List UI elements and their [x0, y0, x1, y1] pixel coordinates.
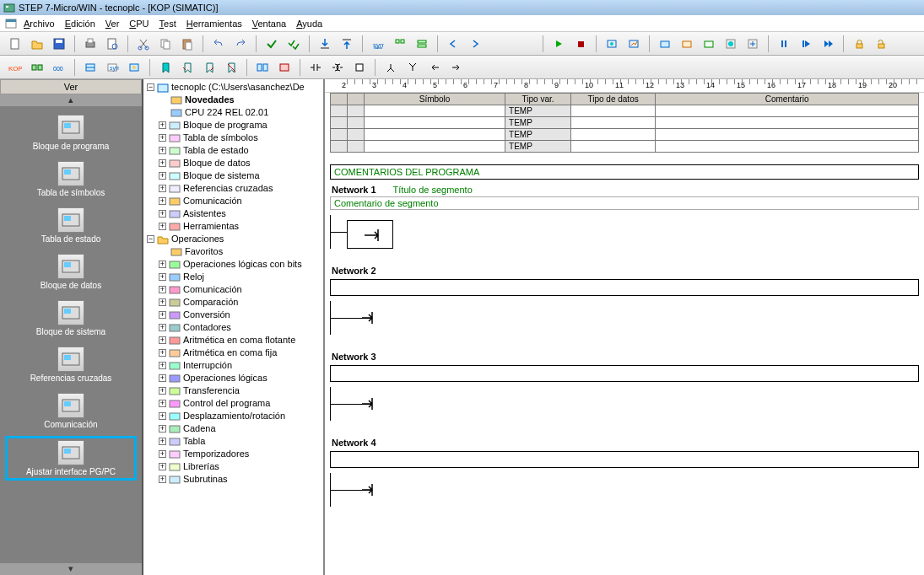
- compile-button[interactable]: [262, 35, 282, 53]
- expander-icon[interactable]: +: [159, 362, 166, 369]
- menu-ver[interactable]: Ver: [100, 17, 125, 30]
- tree-item[interactable]: +Aritmética en coma flotante: [159, 334, 322, 347]
- toggle-b[interactable]: sym: [102, 58, 122, 77]
- expander-icon[interactable]: +: [159, 172, 166, 180]
- nav-item[interactable]: Comunicación: [0, 390, 142, 436]
- network-title[interactable]: Título de segmento: [393, 185, 473, 195]
- expander-icon[interactable]: +: [159, 425, 166, 433]
- expander-icon[interactable]: +: [159, 412, 166, 420]
- tree-item[interactable]: +Subrutinas: [159, 473, 322, 486]
- copy-button[interactable]: [155, 35, 176, 53]
- nav-scroll-up[interactable]: ▴: [0, 94, 142, 106]
- expander-icon[interactable]: +: [159, 286, 166, 293]
- tree-item[interactable]: +Bloque de sistema: [159, 169, 322, 182]
- ladder-rung[interactable]: [330, 473, 919, 507]
- tool-button-a[interactable]: [655, 35, 675, 53]
- expander-icon[interactable]: +: [159, 223, 166, 230]
- expander-icon[interactable]: +: [159, 400, 166, 407]
- tree-item[interactable]: +Interrupción: [159, 359, 322, 372]
- expander-icon[interactable]: +: [159, 450, 166, 458]
- tree-item[interactable]: +Herramientas: [159, 220, 322, 233]
- nav-item[interactable]: Bloque de datos: [0, 250, 142, 297]
- stop-button[interactable]: [570, 35, 591, 53]
- step-button-1[interactable]: [796, 35, 816, 53]
- nav-next-button[interactable]: [465, 35, 485, 53]
- undo-button[interactable]: [208, 35, 229, 53]
- tree-item[interactable]: +Operaciones lógicas: [159, 372, 322, 384]
- tree-item[interactable]: CPU 224 REL 02.01: [159, 106, 322, 119]
- tool-button-e[interactable]: [743, 35, 763, 53]
- line-up-button[interactable]: [403, 58, 423, 77]
- tree-item[interactable]: Novedades: [159, 94, 322, 106]
- table-row[interactable]: TEMP: [331, 105, 919, 117]
- tree-item[interactable]: +Comunicación: [159, 195, 322, 207]
- print-button[interactable]: [80, 35, 100, 53]
- expander-icon[interactable]: +: [159, 374, 166, 382]
- nav-item[interactable]: Referencias cruzadas: [0, 343, 142, 390]
- tree-item[interactable]: +Conversión: [159, 309, 322, 321]
- box-button[interactable]: [349, 58, 370, 77]
- tool-button-b[interactable]: [677, 35, 697, 53]
- network-title-input[interactable]: [330, 279, 919, 296]
- bookmark-b[interactable]: [177, 58, 197, 77]
- nav-item[interactable]: Bloque de sistema: [0, 297, 142, 343]
- nav-item[interactable]: Tabla de estado: [0, 204, 142, 250]
- nav-scroll-down[interactable]: ▾: [0, 563, 142, 575]
- table-row[interactable]: TEMP: [331, 117, 919, 129]
- ladder-rung[interactable]: [330, 301, 919, 335]
- contact-button[interactable]: [305, 58, 326, 77]
- nav-item[interactable]: Tabla de símbolos: [0, 158, 142, 204]
- tool-button-d[interactable]: [721, 35, 741, 53]
- paste-button[interactable]: [177, 35, 197, 53]
- expander-icon[interactable]: +: [159, 134, 166, 142]
- view-icon-2[interactable]: [412, 35, 432, 53]
- expander-icon[interactable]: +: [159, 311, 166, 319]
- insert-network-button[interactable]: [252, 58, 273, 77]
- network-title-input[interactable]: [330, 365, 919, 382]
- save-button[interactable]: [49, 35, 69, 53]
- table-row[interactable]: TEMP: [331, 141, 919, 153]
- expander-icon[interactable]: +: [159, 387, 166, 395]
- tree-root-label[interactable]: tecnoplc (C:\Users\asanchez\De: [171, 81, 305, 94]
- expander-icon[interactable]: +: [159, 210, 166, 218]
- redo-button[interactable]: [230, 35, 251, 53]
- expander-icon[interactable]: +: [159, 197, 166, 205]
- unlock-button[interactable]: [871, 35, 891, 53]
- tree-item[interactable]: Favoritos: [159, 245, 322, 258]
- bookmark-c[interactable]: [199, 58, 219, 77]
- tree-item[interactable]: +Temporizadores: [159, 448, 322, 460]
- expander-icon[interactable]: +: [159, 438, 166, 445]
- new-button[interactable]: [5, 35, 25, 53]
- print-preview-button[interactable]: [102, 35, 122, 53]
- bookmark-d[interactable]: [221, 58, 241, 77]
- toggle-c[interactable]: [124, 58, 144, 77]
- tree-item[interactable]: +Aritmética en coma fija: [159, 347, 322, 359]
- table-row[interactable]: TEMP: [331, 129, 919, 141]
- nav-item[interactable]: Bloque de programa: [0, 111, 142, 158]
- tree-item[interactable]: +Referencias cruzadas: [159, 182, 322, 195]
- view-mode-a[interactable]: KOP: [5, 58, 25, 77]
- menu-test[interactable]: Test: [154, 17, 181, 30]
- tree-item[interactable]: +Comparación: [159, 296, 322, 309]
- tree-item[interactable]: +Cadena: [159, 422, 322, 435]
- expander-icon[interactable]: +: [159, 261, 166, 268]
- expander-icon[interactable]: +: [159, 298, 166, 306]
- view-icon-1[interactable]: [390, 35, 410, 53]
- toggle-a[interactable]: [80, 58, 100, 77]
- tree-item[interactable]: +Bloque de datos: [159, 157, 322, 169]
- ladder-rung[interactable]: [330, 215, 919, 249]
- bookmark-a[interactable]: [155, 58, 176, 77]
- expander-icon[interactable]: +: [159, 273, 166, 281]
- network-title-input[interactable]: [330, 451, 919, 468]
- coil-button[interactable]: [327, 58, 348, 77]
- tree-item[interactable]: +Comunicación: [159, 283, 322, 296]
- tree-item[interactable]: +Tabla de símbolos: [159, 132, 322, 144]
- menu-archivo[interactable]: Archivo: [19, 17, 60, 30]
- expander-icon[interactable]: +: [159, 159, 166, 167]
- monitor-button-1[interactable]: [602, 35, 622, 53]
- tree-item[interactable]: +Desplazamiento/rotación: [159, 410, 322, 422]
- segment-comment[interactable]: Comentario de segmento: [330, 196, 919, 210]
- tree-item[interactable]: +Transferencia: [159, 384, 322, 397]
- ladder-rung[interactable]: [330, 387, 919, 421]
- expander-icon[interactable]: +: [159, 324, 166, 331]
